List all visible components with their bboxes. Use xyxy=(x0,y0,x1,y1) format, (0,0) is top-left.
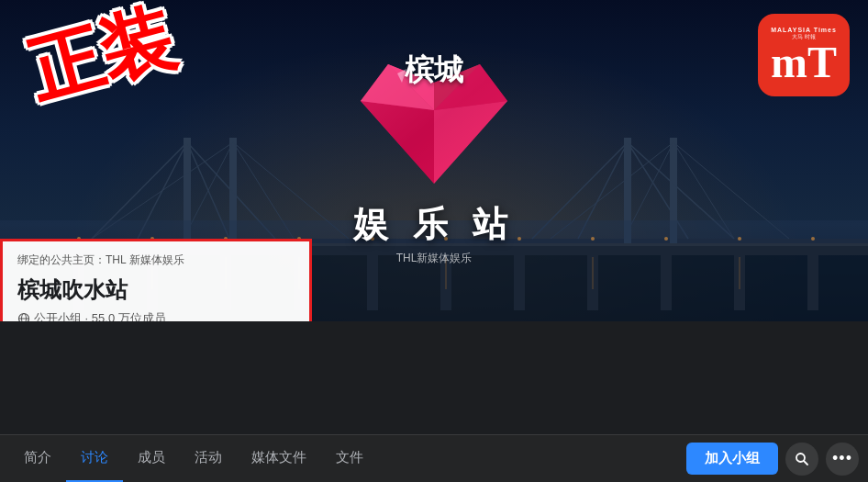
svg-point-63 xyxy=(22,314,27,322)
cover-area: 槟城 娱 乐 站 THL新媒体娱乐 正装 MALAYSIA Times 大马 时… xyxy=(0,0,868,321)
nav-item-taolun[interactable]: 讨论 xyxy=(66,435,123,483)
nav-items: 简介 讨论 成员 活动 媒体文件 文件 xyxy=(9,435,686,483)
group-meta: 公开小组 · 55.0 万位成员 xyxy=(17,310,295,321)
svg-marker-55 xyxy=(434,101,507,184)
more-button[interactable]: ••• xyxy=(826,443,859,476)
svg-rect-31 xyxy=(661,255,672,310)
mit-logo[interactable]: MALAYSIA Times 大马 时報 mT xyxy=(758,14,850,96)
nav-item-chengyuan[interactable]: 成员 xyxy=(123,435,180,483)
svg-marker-54 xyxy=(361,101,434,184)
svg-line-66 xyxy=(804,461,807,465)
mit-top-text: MALAYSIA Times xyxy=(771,26,837,34)
nav-item-huodong[interactable]: 活动 xyxy=(180,435,237,483)
svg-rect-27 xyxy=(367,255,378,310)
info-panel: 绑定的公共主页：THL 新媒体娱乐 槟城吹水站 公开小组 · 55.0 万位成员 xyxy=(0,239,312,321)
mit-m-letter: mT xyxy=(771,40,837,84)
nav-item-jianjie[interactable]: 简介 xyxy=(9,435,66,483)
thl-subtitle: THL新媒体娱乐 xyxy=(396,251,473,266)
nav-item-media[interactable]: 媒体文件 xyxy=(237,435,321,483)
join-button[interactable]: 加入小组 xyxy=(686,443,778,475)
linked-page-label: 绑定的公共主页：THL 新媒体娱乐 xyxy=(17,252,295,268)
more-dots: ••• xyxy=(832,449,852,468)
page-container: 槟城 娱 乐 站 THL新媒体娱乐 正装 MALAYSIA Times 大马 时… xyxy=(0,0,868,482)
svg-rect-29 xyxy=(514,255,525,310)
svg-rect-33 xyxy=(807,255,818,310)
globe-icon xyxy=(17,312,30,321)
group-name: 槟城吹水站 xyxy=(17,275,295,305)
entertainment-text: 娱 乐 站 xyxy=(353,201,514,248)
bincheng-text: 槟城 xyxy=(405,50,463,91)
nav-right: 加入小组 ••• xyxy=(686,443,859,476)
nav-item-files[interactable]: 文件 xyxy=(321,435,378,483)
nav-bar: 简介 讨论 成员 活动 媒体文件 文件 加入小组 ••• xyxy=(0,434,868,482)
search-button[interactable] xyxy=(785,443,818,476)
group-meta-text: 公开小组 · 55.0 万位成员 xyxy=(34,310,166,321)
search-icon xyxy=(795,452,809,466)
svg-point-62 xyxy=(19,314,29,322)
